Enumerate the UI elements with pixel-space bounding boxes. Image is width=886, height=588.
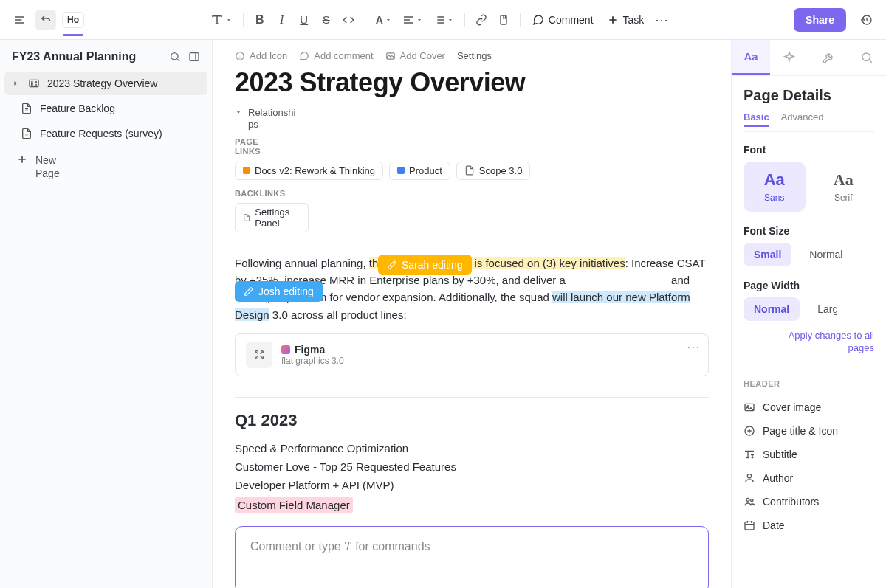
document-content: Add Icon Add comment Add Cover Settings … xyxy=(213,40,731,588)
sidebar-item-label: Feature Backlog xyxy=(40,103,115,114)
comment-button[interactable]: Comment xyxy=(526,10,600,30)
header-subtitle[interactable]: Subtitle xyxy=(744,443,874,466)
underline-icon[interactable]: U xyxy=(294,10,315,30)
more-icon[interactable]: ⋯ xyxy=(651,10,672,30)
apply-all-link[interactable]: Apply changes to all pages xyxy=(744,330,874,355)
svg-point-11 xyxy=(746,498,749,501)
sidebar-item-label: Feature Requests (survey) xyxy=(40,128,162,139)
comment-input[interactable]: Comment or type '/' for commands xyxy=(235,526,709,588)
svg-point-1 xyxy=(171,53,178,60)
relationships-toggle[interactable]: Relationships xyxy=(248,107,300,130)
align-dropdown[interactable] xyxy=(398,11,427,29)
sidebar: FY23 Annual Planning 2023 Strategy Overv… xyxy=(0,40,213,588)
figma-icon xyxy=(281,345,290,354)
home-tab[interactable]: Ho xyxy=(62,12,84,28)
fontsize-label: Font Size xyxy=(744,225,874,237)
task-label: Task xyxy=(623,14,645,26)
top-toolbar: Ho B I U S A xyxy=(0,0,886,40)
presence-badge-sarah: Sarah editing xyxy=(378,255,472,275)
header-author[interactable]: Author xyxy=(744,466,874,490)
fontsize-small[interactable]: Small xyxy=(744,243,791,266)
page-links-label: PAGE LINKS xyxy=(235,137,279,156)
list-item[interactable]: Custom Field Manager xyxy=(235,494,709,516)
strikethrough-icon[interactable]: S xyxy=(316,10,337,30)
font-sans[interactable]: Aa Sans xyxy=(744,162,806,212)
list-item[interactable]: Developer Platform + API (MVP) xyxy=(235,476,709,494)
hamburger-icon[interactable] xyxy=(9,10,30,30)
square-icon xyxy=(397,167,405,174)
font-serif[interactable]: Aa Serif xyxy=(813,162,875,212)
right-panel: Aa Page Details Basic Advanced Font Aa S… xyxy=(731,40,886,588)
svg-rect-3 xyxy=(30,80,38,86)
backlinks-label: BACKLINKS xyxy=(235,189,279,198)
expand-icon[interactable] xyxy=(246,342,272,368)
tab-tools[interactable] xyxy=(809,40,848,75)
sidebar-title: FY23 Annual Planning xyxy=(12,50,136,63)
tab-ai[interactable] xyxy=(770,40,808,75)
document-icon xyxy=(243,212,250,223)
doc-settings-button[interactable]: Settings xyxy=(457,50,492,61)
collapse-sidebar-icon[interactable] xyxy=(188,51,200,63)
tab-typography[interactable]: Aa xyxy=(732,40,770,75)
header-contributors[interactable]: Contributors xyxy=(744,490,874,513)
share-button[interactable]: Share xyxy=(794,8,846,32)
figma-embed[interactable]: Figma flat graphics 3.0 ⋯ xyxy=(235,333,709,376)
code-icon[interactable] xyxy=(338,10,359,30)
more-icon[interactable]: ⋯ xyxy=(687,339,701,355)
list-item[interactable]: Speed & Performance Optimization xyxy=(235,439,709,457)
square-icon xyxy=(243,167,250,174)
sidebar-item-feature-requests[interactable]: Feature Requests (survey) xyxy=(4,122,207,145)
pagewidth-normal[interactable]: Normal xyxy=(744,297,800,321)
embed-title: Figma xyxy=(295,344,325,356)
list-dropdown[interactable] xyxy=(429,11,459,29)
page-link-chip[interactable]: Docs v2: Rework & Thinking xyxy=(235,162,383,180)
svg-rect-13 xyxy=(745,522,754,530)
tab-search[interactable] xyxy=(848,40,886,75)
new-page-label: New Page xyxy=(35,153,60,180)
backlink-chip[interactable]: Settings Panel xyxy=(235,203,309,232)
page-title[interactable]: 2023 Strategy Overview xyxy=(235,67,709,98)
add-comment-button[interactable]: Add comment xyxy=(299,50,373,61)
svg-point-4 xyxy=(236,52,244,60)
bookmark-icon[interactable] xyxy=(493,10,514,30)
sidebar-item-label: 2023 Strategy Overview xyxy=(47,77,157,89)
svg-point-12 xyxy=(751,499,753,501)
list-item[interactable]: Customer Love - Top 25 Requested Feature… xyxy=(235,457,709,476)
link-icon[interactable] xyxy=(471,10,492,30)
embed-subtitle: flat graphics 3.0 xyxy=(281,356,344,366)
add-icon-button[interactable]: Add Icon xyxy=(235,50,287,61)
section-heading[interactable]: Q1 2023 xyxy=(235,411,709,430)
history-icon[interactable] xyxy=(856,10,877,30)
svg-rect-2 xyxy=(190,53,199,61)
sidebar-item-strategy-overview[interactable]: 2023 Strategy Overview xyxy=(4,72,207,95)
comment-label: Comment xyxy=(549,14,594,26)
italic-icon[interactable]: I xyxy=(272,10,292,30)
header-cover-image[interactable]: Cover image xyxy=(744,395,874,419)
undo-icon[interactable] xyxy=(35,10,56,30)
font-label: Font xyxy=(744,144,874,156)
search-icon[interactable] xyxy=(169,51,181,63)
document-icon xyxy=(464,165,475,176)
text-style-dropdown[interactable] xyxy=(206,10,237,30)
header-date[interactable]: Date xyxy=(744,513,874,537)
page-link-chip[interactable]: Product xyxy=(389,162,450,180)
panel-title: Page Details xyxy=(744,86,874,104)
pagewidth-large[interactable]: Large xyxy=(807,297,837,321)
page-link-chip[interactable]: Scope 3.0 xyxy=(456,162,531,180)
presence-badge-josh: Josh editing xyxy=(235,281,323,302)
subtab-basic[interactable]: Basic xyxy=(744,111,769,127)
pencil-icon xyxy=(387,260,397,270)
new-page-button[interactable]: New Page xyxy=(0,146,212,186)
header-section-label: HEADER xyxy=(744,379,874,388)
subtab-advanced[interactable]: Advanced xyxy=(781,111,811,127)
fontsize-normal[interactable]: Normal xyxy=(799,243,853,266)
text-color-dropdown[interactable]: A xyxy=(371,11,396,29)
highlight-pink: Custom Field Manager xyxy=(235,497,353,513)
task-button[interactable]: Task xyxy=(601,10,650,30)
svg-point-10 xyxy=(747,474,751,477)
header-title-icon[interactable]: Page title & Icon xyxy=(744,419,874,443)
sidebar-item-feature-backlog[interactable]: Feature Backlog xyxy=(4,97,207,120)
pagewidth-label: Page Width xyxy=(744,280,874,291)
add-cover-button[interactable]: Add Cover xyxy=(385,50,445,61)
bold-icon[interactable]: B xyxy=(250,10,270,30)
